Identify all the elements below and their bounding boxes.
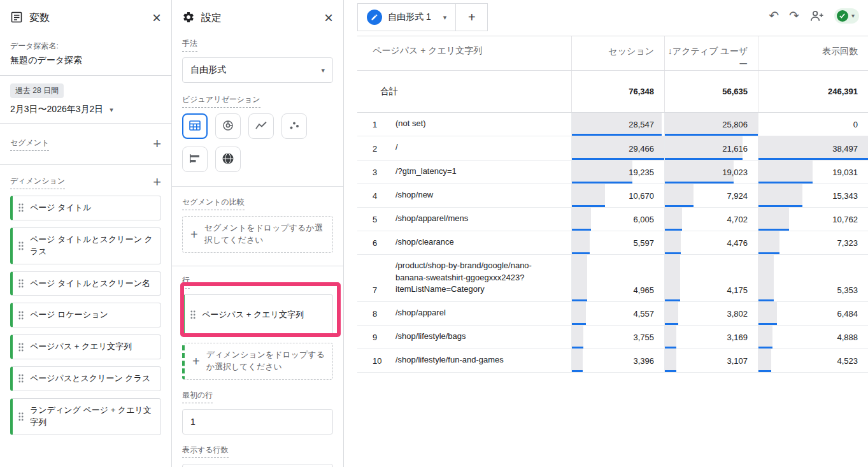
share-user-icon[interactable] <box>809 10 824 22</box>
viz-line-button[interactable] <box>248 113 274 139</box>
line-chart-icon <box>255 119 267 134</box>
donut-chart-icon <box>222 119 234 134</box>
dimension-chip-label: ページ タイトルとスクリーン名 <box>30 278 150 290</box>
column-header-dimension[interactable]: ページパス + クエリ文字列 <box>357 36 571 70</box>
row-path: /shop/lifestyle/bags <box>395 326 571 348</box>
row-rank: 6 <box>373 231 395 254</box>
row-path: /shop/lifestyle/fun-and-games <box>395 349 571 372</box>
cell-views: 19,031 <box>758 161 868 183</box>
viz-geo-button[interactable] <box>215 147 241 172</box>
viz-table-button[interactable] <box>182 113 208 139</box>
tab-freeform-1[interactable]: 自由形式 1 ▾ <box>357 3 456 31</box>
table-icon <box>189 119 201 134</box>
dimension-list: ページ タイトル ページ タイトルとスクリーン クラス ページ タイトルとスクリ… <box>0 192 171 435</box>
chevron-down-icon: ▾ <box>443 13 447 22</box>
status-approved-button[interactable]: ▾ <box>834 8 859 24</box>
cell-sessions: 10,670 <box>571 184 664 207</box>
column-header-views[interactable]: 表示回数 <box>758 36 868 70</box>
gear-icon <box>182 11 195 25</box>
row-path: (not set) <box>395 113 571 136</box>
table-row[interactable]: 1 (not set) 28,547 25,806 0 <box>357 113 868 136</box>
dimension-chip[interactable]: ページパス + クエリ文字列 <box>10 334 161 359</box>
table-row[interactable]: 8 /shop/apparel 4,557 3,802 6,484 <box>357 302 868 326</box>
cell-active-users: 4,476 <box>664 231 758 254</box>
drag-handle-icon <box>18 342 24 352</box>
cell-views: 7,323 <box>758 231 868 254</box>
chevron-down-icon: ▾ <box>851 12 855 19</box>
row-dimension-chip[interactable]: ページパス + クエリ文字列 <box>182 294 333 335</box>
check-icon <box>837 10 848 22</box>
cell-sessions: 19,235 <box>571 161 664 183</box>
cell-views: 10,762 <box>758 208 868 231</box>
close-variables-icon[interactable]: × <box>152 10 161 25</box>
value-bar <box>758 208 789 231</box>
cell-active-users: 19,023 <box>664 161 758 183</box>
cell-active-users: 4,175 <box>664 255 758 301</box>
table-row[interactable]: 6 /shop/clearance 5,597 4,476 7,323 <box>357 231 868 255</box>
drag-handle-icon <box>190 310 196 320</box>
table-row[interactable]: 4 /shop/new 10,670 7,924 15,343 <box>357 184 868 208</box>
table-body: 1 (not set) 28,547 25,806 0 2 / 29,466 2… <box>357 113 868 373</box>
cell-views: 38,497 <box>758 136 868 159</box>
value-bar <box>665 231 681 254</box>
close-settings-icon[interactable]: × <box>324 10 333 25</box>
dimension-chip[interactable]: ページ タイトルとスクリーン名 <box>10 271 161 296</box>
cell-active-users: 25,806 <box>664 113 758 136</box>
table-row[interactable]: 9 /shop/lifestyle/bags 3,755 3,169 4,888 <box>357 326 868 349</box>
date-range-selector[interactable]: 2月3日〜2026年3月2日 ▾ <box>10 104 161 115</box>
row-rank: 8 <box>373 302 395 325</box>
redo-icon[interactable]: ↷ <box>789 10 799 22</box>
table-row[interactable]: 5 /shop/apparel/mens 6,005 4,702 10,762 <box>357 208 868 231</box>
cell-sessions: 3,396 <box>571 349 664 372</box>
row-rank: 3 <box>373 161 395 183</box>
technique-select[interactable]: 自由形式 ▾ <box>182 57 333 83</box>
freeform-table: ページパス + クエリ文字列 セッション ↓アクティブ ユーザー 表示回数 合計… <box>357 36 868 373</box>
drag-handle-icon <box>18 203 24 213</box>
dimension-dropzone[interactable]: + ディメンションをドロップするか選択してください <box>182 343 333 380</box>
add-segment-icon[interactable]: + <box>153 137 161 151</box>
value-bar <box>758 184 802 207</box>
table-row[interactable]: 7 /product/shop-by-brand/google/nano-ban… <box>357 255 868 302</box>
add-dimension-icon[interactable]: + <box>153 175 161 189</box>
tab-strip: 自由形式 1 ▾ + ↶ ↷ ▾ <box>345 0 868 36</box>
technique-value: 自由形式 <box>190 64 226 76</box>
exploration-name-value[interactable]: 無題のデータ探索 <box>10 55 161 66</box>
table-row[interactable]: 3 /?gtm_latency=1 19,235 19,023 19,031 <box>357 161 868 184</box>
variables-panel: 変数 × データ探索名: 無題のデータ探索 過去 28 日間 2月3日〜2026… <box>0 0 172 467</box>
dimension-chip[interactable]: ページ ロケーション <box>10 303 161 327</box>
scatter-chart-icon <box>288 119 301 134</box>
viz-bar-button[interactable] <box>182 147 208 172</box>
first-row-input[interactable] <box>182 409 333 435</box>
dimension-chip[interactable]: ページ タイトルとスクリーン クラス <box>10 227 161 264</box>
row-count-select[interactable]: 10 ▾ <box>182 464 333 467</box>
value-bar <box>572 208 591 231</box>
value-bar <box>758 231 779 254</box>
horizontal-bar-chart-icon <box>189 152 201 167</box>
value-bar <box>758 349 771 372</box>
dimension-chip[interactable]: ページパスとスクリーン クラス <box>10 366 161 391</box>
dimension-chip[interactable]: ランディング ページ + クエリ文字列 <box>10 398 161 435</box>
variables-panel-title: 変数 <box>29 11 50 25</box>
row-rank: 2 <box>373 136 395 159</box>
cell-sessions: 4,965 <box>571 255 664 301</box>
undo-icon[interactable]: ↶ <box>769 10 779 22</box>
cell-views: 0 <box>758 113 868 136</box>
dimension-chip[interactable]: ページ タイトル <box>10 196 161 220</box>
add-tab-button[interactable]: + <box>456 3 488 31</box>
row-count-label: 表示する行数 <box>182 445 229 458</box>
tab-label: 自由形式 1 <box>388 11 431 23</box>
table-row[interactable]: 2 / 29,466 21,616 38,497 <box>357 136 868 160</box>
viz-scatter-button[interactable] <box>281 113 307 139</box>
dimension-chip-label: ページ タイトル <box>30 202 91 214</box>
table-row[interactable]: 10 /shop/lifestyle/fun-and-games 3,396 3… <box>357 349 868 373</box>
value-bar <box>665 326 676 348</box>
value-bar <box>758 161 813 183</box>
cell-views: 4,523 <box>758 349 868 372</box>
column-header-active-users[interactable]: ↓アクティブ ユーザー <box>664 36 758 70</box>
viz-donut-button[interactable] <box>215 113 241 139</box>
table-header-row: ページパス + クエリ文字列 セッション ↓アクティブ ユーザー 表示回数 <box>357 36 868 71</box>
segment-dropzone[interactable]: + セグメントをドロップするか選択してください <box>182 216 333 253</box>
column-header-sessions[interactable]: セッション <box>571 36 664 70</box>
cell-views: 15,343 <box>758 184 868 207</box>
cell-active-users: 7,924 <box>664 184 758 207</box>
